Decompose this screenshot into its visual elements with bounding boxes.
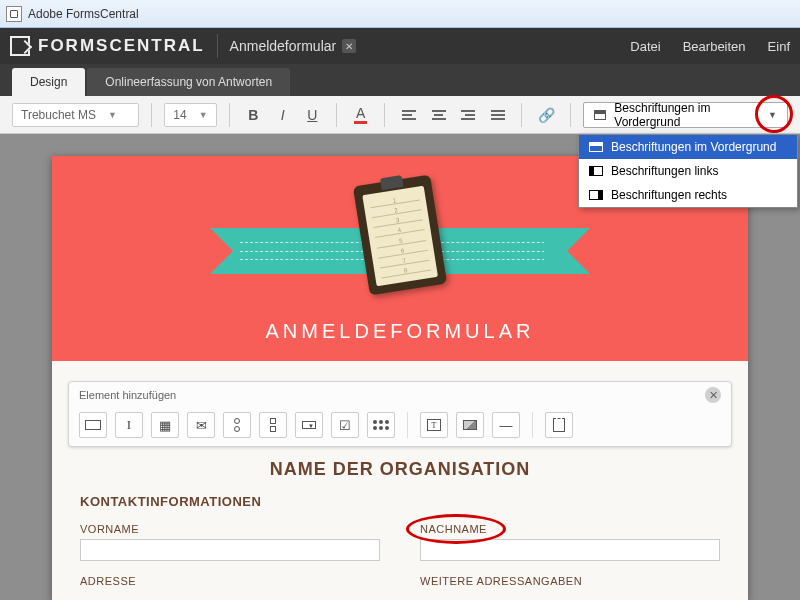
menu-edit[interactable]: Bearbeiten: [683, 39, 746, 54]
label-top-icon: [594, 110, 607, 120]
tool-divider[interactable]: —: [492, 412, 520, 438]
label-right-icon: [589, 190, 603, 200]
tool-checkbox-list[interactable]: [259, 412, 287, 438]
close-document-button[interactable]: ✕: [342, 39, 356, 53]
window-titlebar: Adobe FormsCentral: [0, 0, 800, 28]
label-option-right[interactable]: Beschriftungen rechts: [579, 183, 797, 207]
align-right-button[interactable]: [456, 103, 480, 127]
font-size-value: 14: [173, 108, 186, 122]
tool-dropdown[interactable]: ▼: [295, 412, 323, 438]
font-selector[interactable]: Trebuchet MS ▼: [12, 103, 139, 127]
align-left-button[interactable]: [397, 103, 421, 127]
label-firstname: VORNAME: [80, 523, 380, 535]
tool-email[interactable]: ✉: [187, 412, 215, 438]
element-insert-panel: Element hinzufügen ✕ I ▦ ✉ ▼ ☑ T —: [68, 381, 732, 447]
underline-button[interactable]: U: [301, 103, 325, 127]
menu-insert[interactable]: Einf: [768, 39, 790, 54]
label-option-left[interactable]: Beschriftungen links: [579, 159, 797, 183]
label-address: ADRESSE: [80, 575, 380, 587]
font-value: Trebuchet MS: [21, 108, 96, 122]
label-option-left-text: Beschriftungen links: [611, 164, 718, 178]
tool-radio[interactable]: [223, 412, 251, 438]
input-firstname[interactable]: [80, 539, 380, 561]
chevron-down-icon: ▼: [768, 110, 777, 120]
font-size-selector[interactable]: 14 ▼: [164, 103, 216, 127]
field-address[interactable]: ADRESSE: [80, 575, 380, 591]
label-option-right-text: Beschriftungen rechts: [611, 188, 727, 202]
app-header: FORMSCENTRAL Anmeldeformular ✕ Datei Bea…: [0, 28, 800, 64]
brand-icon: [10, 36, 30, 56]
section-contact-header[interactable]: KONTAKTINFORMATIONEN: [80, 494, 720, 509]
menu-bar: Datei Bearbeiten Einf: [630, 39, 790, 54]
window-title: Adobe FormsCentral: [28, 7, 139, 21]
tab-bar: Design Onlineerfassung von Antworten: [0, 64, 800, 96]
element-panel-title: Element hinzufügen: [79, 389, 176, 401]
header-divider: [217, 34, 218, 58]
document-title: Anmeldeformular: [230, 38, 337, 54]
label-position-menu: Beschriftungen im Vordergrund Beschriftu…: [578, 134, 798, 208]
brand-text: FORMSCENTRAL: [38, 36, 205, 56]
label-more-address: WEITERE ADRESSANGABEN: [420, 575, 720, 587]
tool-date[interactable]: ▦: [151, 412, 179, 438]
chevron-down-icon: ▼: [199, 110, 208, 120]
hero-title: ANMELDEFORMULAR: [52, 320, 748, 343]
field-lastname[interactable]: NACHNAME: [420, 523, 720, 561]
text-color-button[interactable]: A: [349, 103, 373, 127]
label-position-dropdown[interactable]: Beschriftungen im Vordergrund ▼: [583, 102, 788, 128]
tool-textfield[interactable]: [79, 412, 107, 438]
label-dropdown-value: Beschriftungen im Vordergrund: [614, 101, 760, 129]
input-lastname[interactable]: [420, 539, 720, 561]
tool-image[interactable]: [456, 412, 484, 438]
menu-file[interactable]: Datei: [630, 39, 660, 54]
clipboard-graphic: 12345678: [353, 175, 447, 296]
label-lastname: NACHNAME: [420, 523, 720, 535]
close-panel-button[interactable]: ✕: [705, 387, 721, 403]
tool-checkbox[interactable]: ☑: [331, 412, 359, 438]
tool-heading[interactable]: T: [420, 412, 448, 438]
label-top-icon: [589, 142, 603, 152]
form-page[interactable]: 12345678 ANMELDEFORMULAR Element hinzufü…: [52, 156, 748, 600]
tool-pagebreak[interactable]: [545, 412, 573, 438]
link-button[interactable]: 🔗: [534, 103, 558, 127]
format-toolbar: Trebuchet MS ▼ 14 ▼ B I U A 🔗 Beschriftu…: [0, 96, 800, 134]
chevron-down-icon: ▼: [108, 110, 117, 120]
app-icon: [6, 6, 22, 22]
italic-button[interactable]: I: [271, 103, 295, 127]
tool-textarea[interactable]: I: [115, 412, 143, 438]
tab-responses[interactable]: Onlineerfassung von Antworten: [87, 68, 290, 96]
label-option-top-text: Beschriftungen im Vordergrund: [611, 140, 776, 154]
field-firstname[interactable]: VORNAME: [80, 523, 380, 561]
field-more-address[interactable]: WEITERE ADRESSANGABEN: [420, 575, 720, 591]
align-center-button[interactable]: [427, 103, 451, 127]
tab-design[interactable]: Design: [12, 68, 85, 96]
tool-rating[interactable]: [367, 412, 395, 438]
bold-button[interactable]: B: [241, 103, 265, 127]
form-body: NAME DER ORGANISATION KONTAKTINFORMATION…: [52, 459, 748, 600]
label-left-icon: [589, 166, 603, 176]
org-title[interactable]: NAME DER ORGANISATION: [80, 459, 720, 480]
align-justify-button[interactable]: [486, 103, 510, 127]
label-option-top[interactable]: Beschriftungen im Vordergrund: [579, 135, 797, 159]
